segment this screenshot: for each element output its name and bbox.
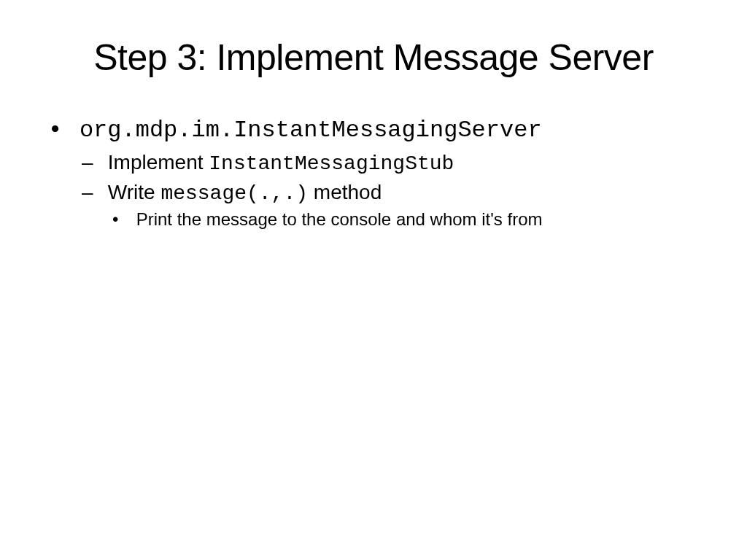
bullet3-pre: Write xyxy=(108,181,161,203)
bullet1-code: org.mdp.im.InstantMessagingServer xyxy=(80,117,542,144)
bullet3-post: method xyxy=(308,181,382,203)
slide-content: org.mdp.im.InstantMessagingServer Implem… xyxy=(44,115,703,230)
bullet-level1: org.mdp.im.InstantMessagingServer xyxy=(73,115,703,144)
bullet2-pre: Implement xyxy=(108,151,209,174)
bullet-level2-write: Write message(.,.) method xyxy=(102,181,703,205)
bullet-level2-implement: Implement InstantMessagingStub xyxy=(102,151,703,175)
bullet-level3-print: Print the message to the console and who… xyxy=(131,209,703,230)
bullet3-code: message(.,.) xyxy=(160,182,308,205)
bullet2-code: InstantMessagingStub xyxy=(209,152,454,175)
slide-title: Step 3: Implement Message Server xyxy=(44,36,703,79)
bullet4-text: Print the message to the console and who… xyxy=(136,209,543,229)
